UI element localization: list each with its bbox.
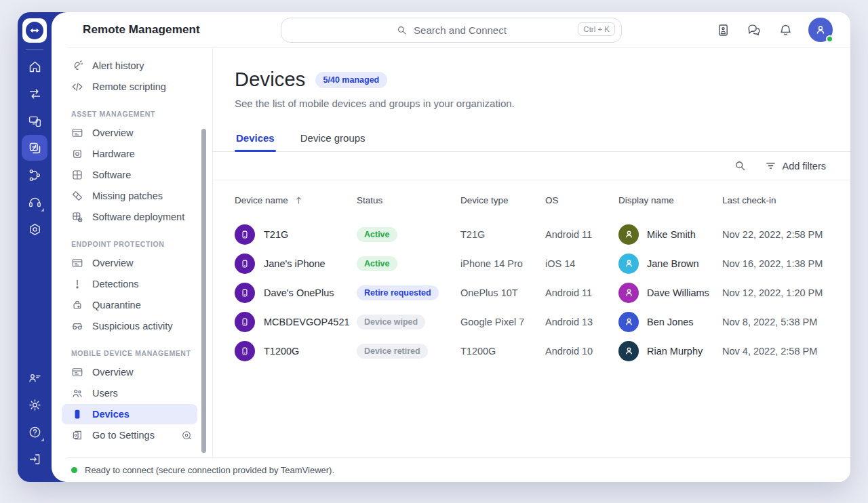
sidebar-item-asset-overview[interactable]: Overview <box>62 123 197 143</box>
sidebar-item-detections[interactable]: Detections <box>62 274 197 294</box>
sidebar-item-mdm-overview[interactable]: Overview <box>62 362 197 382</box>
table-row[interactable]: MCBDEVGOP4521 Device wiped Google Pixel … <box>213 307 850 336</box>
device-name: Dave's OnePlus <box>264 287 334 298</box>
table-row[interactable]: T1200G Device retired T1200G Android 10 … <box>213 336 850 365</box>
sidebar-item-go-to-settings[interactable]: Go to Settings <box>62 425 197 445</box>
sidebar-label: Devices <box>92 409 130 420</box>
person-avatar <box>618 341 639 361</box>
sidebar-item-users[interactable]: Users <box>62 383 197 403</box>
device-type: OnePlus 10T <box>460 287 545 298</box>
display-name: Dave Williams <box>647 287 709 298</box>
table-search-icon[interactable] <box>734 159 747 173</box>
sidebar-label: Suspicious activity <box>92 321 172 331</box>
sidebar-label: Detections <box>92 279 139 289</box>
sign-out-icon[interactable] <box>22 445 47 472</box>
table-row[interactable]: T21G Active T21G Android 11 Mike Smith N… <box>213 220 850 249</box>
column-device-name[interactable]: Device name <box>235 195 288 205</box>
sidebar-label: Alert history <box>92 60 144 71</box>
main-content: Devices 5/40 managed See the list of mob… <box>213 48 850 457</box>
sidebar-item-suspicious-activity[interactable]: Suspicious activity <box>62 316 197 336</box>
last-check-in: Nov 4, 2022, 2:58 PM <box>722 346 850 357</box>
sort-ascending-icon[interactable] <box>294 195 304 205</box>
sidebar-item-software[interactable]: Software <box>62 165 197 185</box>
sessions-icon[interactable] <box>22 80 47 107</box>
sidebar-item-software-deployment[interactable]: Software deployment <box>62 207 197 227</box>
sidebar-item-quarantine[interactable]: Quarantine <box>62 295 197 315</box>
devices-icon[interactable] <box>22 107 47 134</box>
exclamation-icon <box>71 278 83 290</box>
home-icon[interactable] <box>22 53 47 80</box>
page-subtitle: See the list of mobile devices and group… <box>235 98 826 109</box>
user-avatar[interactable] <box>808 18 833 42</box>
status-badge: Active <box>357 256 397 271</box>
teamviewer-logo[interactable] <box>22 18 47 43</box>
support-headset-icon[interactable] <box>22 188 47 216</box>
sidebar-label: Overview <box>92 258 133 268</box>
sidebar-item-hardware[interactable]: Hardware <box>62 144 197 164</box>
settings-gear-icon[interactable] <box>22 391 47 418</box>
device-name: MCBDEVGOP4521 <box>264 317 350 327</box>
sidebar-item-devices[interactable]: Devices <box>62 404 197 424</box>
last-check-in: Nov 22, 2022, 2:58 PM <box>722 229 850 240</box>
column-device-type[interactable]: Device type <box>460 195 545 205</box>
sidebar-section-mobile-device-management: MOBILE DEVICE MANAGEMENT <box>52 349 212 357</box>
column-status[interactable]: Status <box>357 195 460 205</box>
filter-icon <box>765 160 776 172</box>
sidebar-item-remote-scripting[interactable]: Remote scripting <box>62 77 197 97</box>
display-name: Ben Jones <box>647 317 694 327</box>
last-check-in: Nov 8, 2022, 5:38 PM <box>722 317 850 327</box>
contacts-book-icon[interactable] <box>715 22 731 38</box>
sidebar-label: Quarantine <box>92 300 141 310</box>
status-badge: Device wiped <box>357 315 425 329</box>
connection-status-dot <box>71 467 77 473</box>
sidebar-scrollbar[interactable] <box>201 129 206 453</box>
cpu-icon <box>71 148 83 160</box>
sidebar-item-alert-history[interactable]: Alert history <box>62 56 197 76</box>
person-avatar <box>618 224 639 245</box>
phone-icon <box>71 408 83 420</box>
column-display-name[interactable]: Display name <box>618 195 722 205</box>
service-queue-icon[interactable] <box>22 161 47 188</box>
alert-bell-icon <box>71 60 83 72</box>
tab-device-groups[interactable]: Device groups <box>299 127 367 151</box>
device-os: Android 11 <box>545 287 618 298</box>
status-badge: Active <box>357 227 397 242</box>
app-window: Remote Management Search and Connect Ctr… <box>18 12 850 482</box>
sidebar-label: Software deployment <box>92 212 184 222</box>
sidebar-label: Users <box>92 388 118 399</box>
sidebar-item-missing-patches[interactable]: Missing patches <box>62 186 197 206</box>
search-shortcut: Ctrl + K <box>578 22 615 36</box>
help-icon[interactable] <box>22 418 47 445</box>
table-row[interactable]: Dave's OnePlus Retire requested OnePlus … <box>213 278 850 307</box>
tab-devices[interactable]: Devices <box>235 127 276 151</box>
notifications-bell-icon[interactable] <box>777 22 793 38</box>
topbar: Remote Management Search and Connect Ctr… <box>52 12 850 48</box>
rail-top-curve <box>52 12 68 48</box>
device-os: Android 13 <box>545 317 618 327</box>
sidebar-label: Hardware <box>92 148 135 159</box>
sidebar-section-endpoint-protection: ENDPOINT PROTECTION <box>52 240 212 248</box>
presence-dot <box>826 35 833 43</box>
device-os: Android 11 <box>545 229 618 240</box>
tab-bar: Devices Device groups <box>213 127 850 152</box>
chat-icon[interactable] <box>746 22 762 38</box>
add-filters-button[interactable]: Add filters <box>765 160 826 172</box>
settings-doc-icon <box>71 429 83 441</box>
search-input[interactable]: Search and Connect Ctrl + K <box>281 18 622 43</box>
remote-management-icon[interactable] <box>22 135 47 161</box>
open-settings-icon[interactable] <box>181 430 192 441</box>
column-os[interactable]: OS <box>545 195 618 205</box>
users-icon <box>71 387 83 399</box>
device-phone-icon <box>235 312 255 332</box>
overview-card-icon <box>71 257 83 269</box>
patches-icon <box>71 190 83 202</box>
community-icon[interactable] <box>22 364 47 391</box>
sidebar-item-endpoint-overview[interactable]: Overview <box>62 253 197 273</box>
person-avatar <box>618 254 639 274</box>
asset-target-icon[interactable] <box>22 216 47 243</box>
add-filters-label: Add filters <box>783 161 826 172</box>
table-row[interactable]: Jane's iPhone Active iPhone 14 Pro iOS 1… <box>213 249 850 278</box>
device-name: Jane's iPhone <box>264 258 326 269</box>
page-title: Devices <box>235 68 306 91</box>
column-last-check-in[interactable]: Last check-in <box>722 195 850 205</box>
